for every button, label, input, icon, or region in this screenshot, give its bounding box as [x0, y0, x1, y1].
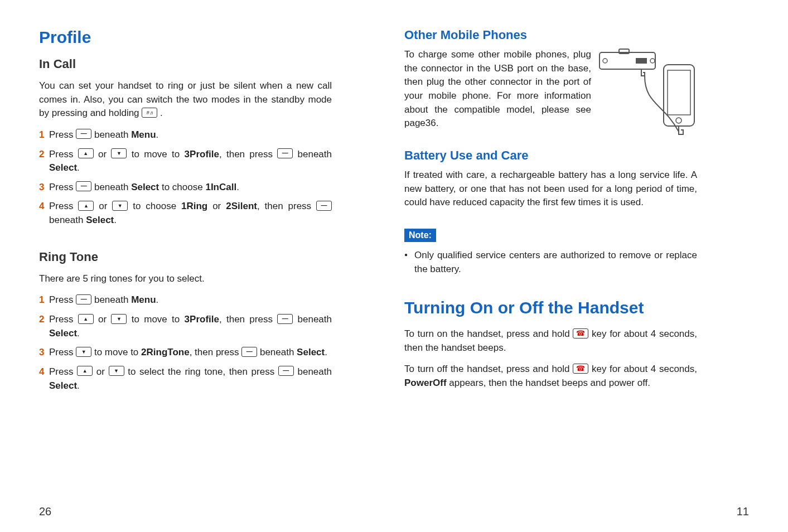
ring-tone-heading: Ring Tone: [39, 250, 332, 264]
step-item: 1 Press beneath Menu.: [39, 293, 332, 307]
battery-body: If treated with care, a rechargeable bat…: [404, 168, 697, 210]
turning-on-text: To turn on the handset, press and hold k…: [404, 327, 697, 355]
turning-heading: Turning On or Off the Handset: [404, 298, 697, 317]
svg-point-3: [650, 59, 655, 63]
up-key-icon: [78, 314, 94, 324]
step-item: 2 Press or to move to 3Profile, then pre…: [39, 148, 332, 175]
softkey-icon: [241, 347, 257, 357]
svg-point-2: [603, 59, 607, 63]
svg-rect-4: [636, 58, 647, 64]
softkey-icon: [277, 148, 293, 158]
step-item: 2 Press or to move to 3Profile, then pre…: [39, 313, 332, 340]
note-item: Only qualified service centers are autho…: [404, 249, 697, 276]
softkey-icon: [278, 366, 294, 376]
down-key-icon: [109, 366, 124, 376]
ring-tone-intro: There are 5 ring tones for you to select…: [39, 272, 332, 286]
page-number-right: 11: [737, 505, 749, 518]
phone-charge-illustration: [597, 48, 697, 148]
softkey-icon: [277, 314, 293, 324]
step-item: 4 Press or to choose 1Ring or 2Silent, t…: [39, 200, 332, 227]
in-call-intro: You can set your handset to ring or just…: [39, 79, 332, 120]
profile-title: Profile: [39, 28, 332, 47]
battery-heading: Battery Use and Care: [404, 148, 697, 163]
up-key-icon: [77, 366, 93, 376]
svg-point-7: [676, 118, 681, 123]
step-item: 1 Press beneath Menu.: [39, 128, 332, 142]
in-call-steps: 1 Press beneath Menu. 2 Press or to move…: [39, 128, 332, 228]
in-call-heading: In Call: [39, 57, 332, 71]
up-key-icon: [78, 148, 94, 158]
step-item: 4 Press or to select the ring tone, then…: [39, 365, 332, 393]
down-key-icon: [111, 314, 127, 324]
other-mobile-heading: Other Mobile Phones: [404, 28, 697, 42]
step-item: 3 Press to move to 2RingTone, then press…: [39, 346, 332, 360]
softkey-icon: [76, 129, 91, 139]
down-key-icon: [76, 347, 91, 357]
down-key-icon: [111, 148, 127, 158]
page-number-left: 26: [39, 505, 51, 518]
left-page: Profile In Call You can set your handset…: [39, 28, 332, 409]
step-item: 3 Press beneath Select to choose 1InCall…: [39, 181, 332, 195]
softkey-icon: [76, 181, 91, 191]
note-list: Only qualified service centers are autho…: [404, 249, 697, 276]
note-label: Note:: [404, 229, 436, 242]
right-page: Other Mobile Phones To charge some other…: [404, 28, 697, 409]
svg-rect-6: [668, 70, 690, 115]
power-key-icon: [573, 328, 588, 338]
ring-tone-steps: 1 Press beneath Menu. 2 Press or to move…: [39, 293, 332, 393]
hash-key-icon: [142, 108, 157, 118]
up-key-icon: [78, 201, 94, 211]
down-key-icon: [112, 201, 128, 211]
softkey-icon: [316, 201, 332, 211]
turning-off-text: To turn off the handset, press and hold …: [404, 362, 697, 390]
softkey-icon: [76, 294, 91, 304]
power-key-icon: [573, 364, 588, 374]
